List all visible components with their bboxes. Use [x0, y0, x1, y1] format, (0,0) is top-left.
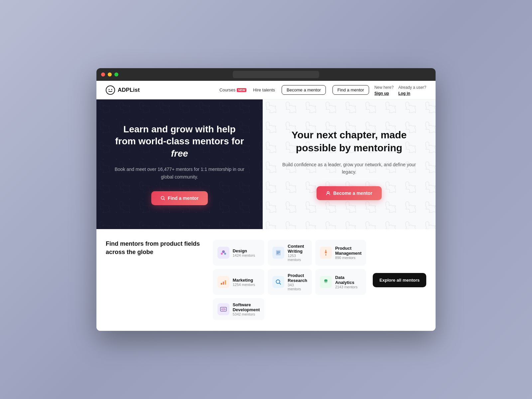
categories-title: Find mentors from product fields across … — [106, 240, 206, 256]
nav-courses-badge: New — [237, 88, 246, 92]
search-icon — [161, 196, 165, 200]
svg-rect-12 — [277, 252, 280, 253]
mentor-icon — [326, 191, 331, 196]
hero-left-content: Learn and grow with help from world-clas… — [113, 123, 246, 205]
product-management-icon — [320, 247, 332, 259]
svg-point-2 — [111, 89, 112, 90]
design-info: Design 1424 mentors — [233, 248, 255, 257]
product-management-name: Product Management — [335, 246, 361, 256]
category-card-product-research[interactable]: Product Research 343 mentors — [268, 269, 312, 295]
hero-left-title: Learn and grow with help from world-clas… — [113, 123, 246, 160]
data-analytics-count: 2143 mentors — [335, 285, 361, 289]
svg-point-0 — [106, 86, 115, 94]
svg-rect-17 — [223, 282, 224, 285]
navbar: ADPList Courses New Hire talents Become … — [96, 81, 436, 99]
svg-point-8 — [221, 253, 223, 255]
svg-rect-18 — [225, 280, 226, 285]
product-research-count: 343 mentors — [288, 283, 307, 291]
logo: ADPList — [106, 85, 140, 95]
content-writing-icon — [272, 247, 284, 259]
signup-link[interactable]: Sign up — [374, 91, 389, 96]
product-research-name: Product Research — [288, 273, 307, 283]
svg-rect-16 — [221, 283, 222, 285]
svg-point-22 — [324, 279, 328, 281]
svg-point-1 — [109, 89, 110, 90]
software-dev-info: Software Development 5342 mentors — [233, 302, 260, 316]
new-here-label: New here? — [374, 85, 394, 90]
hero: Learn and grow with help from world-clas… — [96, 99, 436, 229]
content-writing-info: Content Writing 1253 mentors — [288, 244, 307, 262]
new-here-group: New here? Sign up — [374, 84, 394, 96]
nav-hire-talents-label: Hire talents — [253, 87, 275, 92]
categories-section: Find mentors from product fields across … — [96, 229, 436, 331]
data-analytics-icon — [320, 276, 332, 288]
category-card-design[interactable]: Design 1424 mentors — [213, 240, 265, 266]
hero-right-title: Your next chapter, made possible by ment… — [279, 128, 419, 154]
minimize-button[interactable] — [108, 72, 112, 76]
logo-icon — [106, 85, 115, 95]
software-dev-count: 5342 mentors — [233, 312, 260, 316]
category-card-product-management[interactable]: Product Management 890 mentors — [315, 240, 366, 266]
nav-courses-label: Courses — [219, 87, 235, 92]
marketing-name: Marketing — [233, 278, 255, 283]
product-management-info: Product Management 890 mentors — [335, 246, 361, 260]
design-name: Design — [233, 248, 255, 253]
maximize-button[interactable] — [114, 72, 118, 76]
url-bar-container — [121, 71, 431, 78]
categories-inner: Find mentors from product fields across … — [106, 240, 426, 320]
category-card-software-dev[interactable]: Software Development 5342 mentors — [213, 298, 265, 320]
svg-rect-13 — [277, 253, 279, 254]
find-mentor-nav-button[interactable]: Find a mentor — [332, 85, 369, 95]
design-icon — [217, 247, 229, 259]
product-management-count: 890 mentors — [335, 256, 361, 260]
svg-rect-11 — [277, 251, 280, 252]
design-count: 1424 mentors — [233, 253, 255, 257]
marketing-icon — [217, 276, 229, 288]
svg-point-15 — [325, 252, 327, 253]
become-mentor-hero-button[interactable]: Become a mentor — [317, 186, 381, 200]
category-card-content-writing[interactable]: Content Writing 1253 mentors — [268, 240, 312, 266]
hero-right-content: Your next chapter, made possible by ment… — [279, 128, 419, 200]
category-card-data-analytics[interactable]: Data Analytics 2143 mentors — [315, 269, 366, 295]
svg-point-9 — [224, 253, 226, 255]
nav-hire-talents[interactable]: Hire talents — [253, 87, 275, 92]
explore-all-button[interactable]: Explore all mentors — [373, 273, 426, 287]
svg-point-7 — [222, 250, 225, 253]
hero-left-subtitle: Book and meet over 16,477+ mentors for 1… — [113, 166, 246, 181]
software-dev-icon — [217, 303, 229, 315]
categories-grid: Design 1424 mentors — [213, 240, 366, 320]
titlebar — [96, 68, 436, 81]
data-analytics-info: Data Analytics 2143 mentors — [335, 275, 361, 289]
marketing-count: 1254 mentors — [233, 283, 255, 287]
logo-text: ADPList — [118, 87, 140, 93]
become-mentor-button[interactable]: Become a mentor — [282, 85, 326, 95]
content-writing-name: Content Writing — [288, 244, 307, 254]
url-bar[interactable] — [233, 71, 319, 78]
marketing-info: Marketing 1254 mentors — [233, 278, 255, 287]
software-dev-name: Software Development — [233, 302, 260, 312]
nav-links: Courses New Hire talents Become a mentor… — [219, 85, 369, 95]
category-card-marketing[interactable]: Marketing 1254 mentors — [213, 269, 265, 295]
product-research-icon — [272, 276, 284, 288]
page: ADPList Courses New Hire talents Become … — [96, 81, 436, 331]
nav-courses[interactable]: Courses New — [219, 87, 246, 92]
already-user-group: Already a user? Log in — [398, 84, 426, 96]
already-user-label: Already a user? — [398, 85, 426, 90]
browser-window: ADPList Courses New Hire talents Become … — [96, 68, 436, 331]
data-analytics-name: Data Analytics — [335, 275, 361, 285]
hero-right-subtitle: Build confidence as a leader, grow your … — [279, 161, 419, 176]
categories-heading: Find mentors from product fields across … — [106, 240, 206, 256]
product-research-info: Product Research 343 mentors — [288, 273, 307, 291]
hero-right-panel: Your next chapter, made possible by ment… — [263, 99, 436, 229]
close-button[interactable] — [101, 72, 105, 76]
content-writing-count: 1253 mentors — [288, 254, 307, 262]
login-link[interactable]: Log in — [398, 91, 410, 96]
hero-left-panel: Learn and grow with help from world-clas… — [96, 99, 263, 229]
find-mentor-hero-button[interactable]: Find a mentor — [151, 191, 208, 205]
nav-auth: New here? Sign up Already a user? Log in — [374, 84, 426, 96]
